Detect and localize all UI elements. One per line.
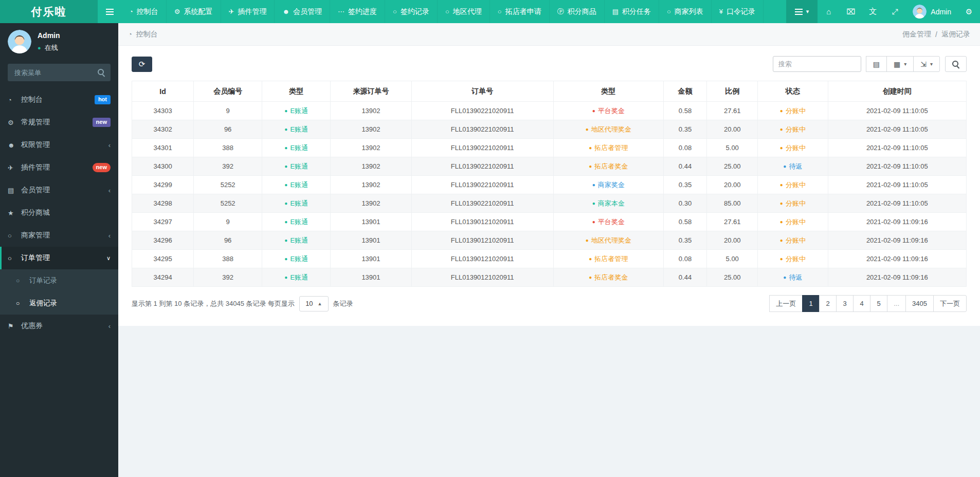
brand-logo[interactable]: 付乐啦 (0, 0, 98, 23)
table-row[interactable]: 34295 388 E账通 13901 FLL01390121020911 拓店… (132, 250, 967, 268)
top-menu-item[interactable]: ○ 拓店者申请 (490, 0, 550, 23)
refresh-button[interactable]: ⟳ (132, 57, 152, 72)
cell-created-at: 2021-02-09 11:10:05 (828, 139, 966, 157)
cell-source-order-no: 13902 (331, 120, 411, 139)
top-menu-item[interactable]: ☻ 会员管理 (275, 0, 330, 23)
sidebar-menu-item[interactable]: ⚙ 常规管理 new (0, 111, 118, 134)
cell-order-no: FLL01390221020911 (411, 102, 553, 120)
top-menu-item[interactable]: ◔ 控制台 (121, 0, 167, 23)
table-row[interactable]: 34300 392 E账通 13902 FLL01390221020911 拓店… (132, 157, 967, 176)
chevron-icon: ‹ (108, 323, 111, 329)
settings-button[interactable]: ⚙ (958, 0, 980, 23)
account-type-label: E账通 (284, 273, 308, 281)
circle-o-icon: ○ (8, 254, 21, 262)
dashboard-icon: ◔ (129, 8, 133, 15)
column-header[interactable]: 类型 (553, 81, 663, 102)
top-menu-item[interactable]: ○ 商家列表 (659, 0, 712, 23)
page-button[interactable]: 4 (853, 295, 870, 312)
column-header[interactable]: 类型 (262, 81, 331, 102)
top-menu-item[interactable]: ✈ 插件管理 (221, 0, 275, 23)
fullscreen-button[interactable]: ⤢ (884, 0, 906, 23)
table-row[interactable]: 34302 96 E账通 13902 FLL01390221020911 地区代… (132, 120, 967, 139)
cell-member-no: 9 (194, 213, 262, 231)
cell-account-type: E账通 (262, 194, 331, 213)
top-menu-item[interactable]: ▤ 积分任务 (605, 0, 659, 23)
sidebar-menu-item[interactable]: ★ 积分商城 (0, 201, 118, 224)
table-row[interactable]: 34294 392 E账通 13901 FLL01390121020911 拓店… (132, 268, 967, 287)
page-button[interactable]: 2 (819, 295, 837, 312)
sidebar-menu-item[interactable]: ○ 商家管理 ‹ (0, 224, 118, 247)
status-label: 分账中 (780, 107, 806, 115)
clear-cache-button[interactable]: ⌧ (840, 0, 862, 23)
status-label: 分账中 (780, 236, 806, 244)
table-toolbar: ⟳ ▤ ▦ ▾ (132, 56, 967, 72)
cell-order-no: FLL01390121020911 (411, 213, 553, 231)
export-dropdown-button[interactable]: ⇲ ▾ (913, 56, 940, 72)
top-menu-item[interactable]: ⚙ 系统配置 (167, 0, 221, 23)
column-header[interactable]: 来源订单号 (331, 81, 411, 102)
table-row[interactable]: 34296 96 E账通 13901 FLL01390121020911 地区代… (132, 231, 967, 250)
home-button[interactable]: ⌂ (818, 0, 840, 23)
top-menu-item[interactable]: ⋯ 签约进度 (330, 0, 385, 23)
breadcrumb: ◔ 控制台 佣金管理 / 返佣记录 (118, 23, 980, 46)
breadcrumb-separator: / (935, 30, 937, 39)
column-header[interactable]: 金额 (663, 81, 706, 102)
page-button[interactable]: 3 (836, 295, 854, 312)
chevron-icon: ‹ (108, 142, 111, 149)
page-button[interactable]: 5 (870, 295, 887, 312)
sidebar-menu-item[interactable]: ☻ 权限管理 ‹ (0, 134, 118, 156)
detail-view-button[interactable]: ▤ (866, 56, 887, 72)
detail-view-icon: ▤ (873, 60, 880, 68)
reward-type-label: 拓店者奖金 (589, 273, 628, 281)
cell-id: 34300 (132, 157, 194, 176)
column-header[interactable]: Id (132, 81, 194, 102)
account-type-label: E账通 (284, 255, 308, 263)
table-row[interactable]: 34298 5252 E账通 13902 FLL01390221020911 商… (132, 194, 967, 213)
column-header[interactable]: 状态 (758, 81, 828, 102)
sidebar-menu-item[interactable]: ○ 订单记录 (0, 269, 118, 292)
table-row[interactable]: 34303 9 E账通 13902 FLL01390221020911 平台奖金… (132, 102, 967, 120)
more-menus-dropdown[interactable]: ▾ (786, 0, 818, 23)
status-label: 分账中 (780, 199, 806, 207)
table-row[interactable]: 34297 9 E账通 13901 FLL01390121020911 平台奖金… (132, 213, 967, 231)
table-search-input[interactable] (773, 56, 861, 72)
column-header[interactable]: 比例 (707, 81, 758, 102)
sidebar-menu-item[interactable]: ○ 返佣记录 (0, 292, 118, 315)
columns-dropdown-button[interactable]: ▦ ▾ (886, 56, 914, 72)
sidebar-menu-item[interactable]: ◔ 控制台 hot (0, 88, 118, 111)
status-label: 分账中 (780, 255, 806, 263)
user-menu[interactable]: Admin (906, 0, 958, 23)
sidebar-menu-item[interactable]: ▤ 会员管理 ‹ (0, 179, 118, 201)
page-size-select[interactable]: 10 ▲ (299, 296, 328, 311)
cell-status: 分账中 (758, 194, 828, 213)
column-header[interactable]: 会员编号 (194, 81, 262, 102)
page-button[interactable]: 1 (802, 295, 820, 312)
cell-created-at: 2021-02-09 11:09:16 (828, 231, 966, 250)
sidebar-menu-item[interactable]: ✈ 插件管理 new (0, 156, 118, 179)
search-button[interactable] (945, 56, 967, 72)
hamburger-icon (106, 11, 114, 12)
top-menu-item[interactable]: Ⓟ 积分商品 (550, 0, 605, 23)
table-row[interactable]: 34301 388 E账通 13902 FLL01390221020911 拓店… (132, 139, 967, 157)
page-button[interactable]: 上一页 (769, 295, 803, 312)
sidebar-menu-item[interactable]: ○ 订单管理 ∨ (0, 247, 118, 269)
top-menu-item[interactable]: ○ 地区代理 (438, 0, 490, 23)
sidebar-menu-item[interactable]: ⚑ 优惠券 ‹ (0, 315, 118, 337)
menu-search-input[interactable] (8, 64, 111, 81)
column-header[interactable]: 创建时间 (828, 81, 966, 102)
sidebar-toggle-button[interactable] (98, 0, 121, 23)
top-menu-item[interactable]: ¥ 口令记录 (712, 0, 764, 23)
cell-id: 34294 (132, 268, 194, 287)
top-menu-item[interactable]: ○ 签约记录 (385, 0, 438, 23)
table-row[interactable]: 34299 5252 E账通 13902 FLL01390221020911 商… (132, 176, 967, 194)
status-badge: hot (95, 95, 111, 104)
cell-source-order-no: 13902 (331, 139, 411, 157)
top-menu-item-label: 地区代理 (453, 7, 482, 16)
page-button[interactable]: ... (887, 295, 906, 312)
page-button[interactable]: 下一页 (933, 295, 967, 312)
column-header[interactable]: 订单号 (411, 81, 553, 102)
top-navbar: 付乐啦 ◔ 控制台 ⚙ 系统配置 ✈ 插件管理 ☻ 会员管理 (0, 0, 980, 23)
language-button[interactable]: 文 (862, 0, 884, 23)
chevron-icon: ∨ (106, 255, 111, 261)
page-button[interactable]: 3405 (905, 295, 934, 312)
